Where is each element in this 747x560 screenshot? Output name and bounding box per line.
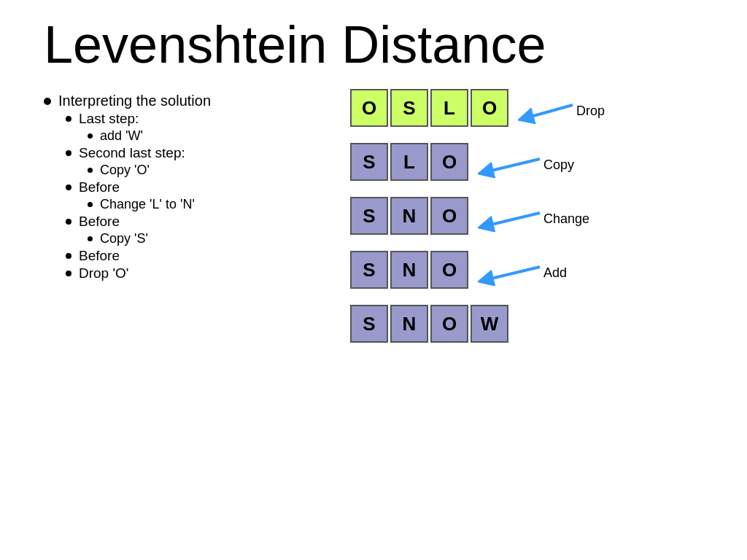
bullet-dot — [44, 98, 51, 105]
page: Levenshtein Distance Interpreting the so… — [0, 0, 747, 560]
word-row-3: S N O Change — [350, 197, 605, 241]
word-row-5: S N O W — [350, 305, 605, 349]
right-panel: O S L O Drop — [350, 89, 605, 359]
arrow-add: Add — [478, 260, 567, 286]
letter-box: O — [471, 89, 508, 127]
content-area: Interpreting the solution Last step: add… — [44, 89, 703, 359]
bullet-dot — [88, 133, 93, 139]
word-row-2: S L O Copy — [350, 143, 605, 187]
bullet-text: Change 'L' to 'N' — [100, 197, 195, 212]
arrow-drop: Drop — [518, 98, 605, 124]
letter-row: O S L O — [350, 89, 511, 127]
letter-box: L — [430, 89, 468, 127]
letter-row: S L O — [350, 143, 471, 181]
list-item: Change 'L' to 'N' — [88, 197, 350, 212]
drop-arrow-icon — [518, 98, 576, 124]
bullet-text: Before — [79, 179, 120, 195]
bullet-text: Second last step: — [79, 145, 185, 161]
letter-box: L — [390, 143, 428, 181]
copy-arrow-icon — [478, 152, 543, 178]
svg-line-2 — [485, 213, 540, 226]
add-label: Add — [543, 265, 567, 281]
letter-box: S — [350, 251, 388, 289]
list-item: add 'W' — [88, 128, 350, 144]
list-item: Copy 'O' — [88, 163, 350, 178]
letter-row: S N O — [350, 251, 471, 289]
list-item: Interpreting the solution — [44, 93, 350, 109]
letter-box: S — [350, 305, 388, 343]
copy-label-1: Copy — [543, 158, 574, 173]
letter-box: O — [430, 143, 468, 181]
bullet-text: Before — [79, 248, 120, 264]
bullet-text: Copy 'O' — [100, 163, 150, 178]
letter-box: N — [390, 305, 428, 343]
arrow-copy1: Copy — [478, 152, 574, 178]
bullet-dot — [88, 168, 93, 173]
change-arrow-icon — [478, 206, 543, 232]
bullet-dot — [66, 219, 71, 225]
letter-box: O — [430, 197, 468, 235]
list-item: Drop 'O' — [66, 265, 350, 281]
bullet-text: Last step: — [79, 111, 139, 127]
list-item: Second last step: — [66, 145, 350, 161]
list-item: Before — [66, 214, 350, 230]
list-item: Copy 'S' — [88, 231, 350, 246]
bullet-dot — [66, 184, 71, 190]
bullet-dot — [88, 236, 93, 241]
bullet-text: Drop 'O' — [79, 265, 129, 281]
list-item: Last step: — [66, 111, 350, 127]
list-item: Before — [66, 179, 350, 195]
svg-line-0 — [525, 105, 573, 118]
bullet-dot — [88, 202, 93, 207]
letter-box: O — [430, 251, 468, 289]
letter-box: N — [390, 251, 428, 289]
letter-box: O — [350, 89, 388, 127]
letter-row: S N O W — [350, 305, 511, 343]
bullet-text: add 'W' — [100, 128, 143, 144]
page-title: Levenshtein Distance — [44, 15, 703, 74]
word-row-4: S N O Add — [350, 251, 605, 295]
letter-box: S — [350, 143, 388, 181]
arrow-change: Change — [478, 206, 589, 232]
letter-row: S N O — [350, 197, 471, 235]
list-item: Before — [66, 248, 350, 264]
word-row-1: O S L O Drop — [350, 89, 605, 133]
bullet-dot — [66, 253, 71, 259]
letter-box: W — [471, 305, 508, 343]
bullet-text: Copy 'S' — [100, 231, 148, 246]
bullet-dot — [66, 150, 71, 156]
letter-box: O — [430, 305, 468, 343]
letter-box: S — [390, 89, 428, 127]
add-arrow-icon — [478, 260, 543, 286]
svg-line-1 — [485, 159, 540, 172]
bullet-text: Before — [79, 214, 120, 230]
bullet-dot — [66, 116, 71, 122]
bullet-dot — [66, 271, 71, 276]
change-label: Change — [543, 211, 589, 227]
letter-box: N — [390, 197, 428, 235]
left-panel: Interpreting the solution Last step: add… — [44, 89, 350, 283]
drop-label: Drop — [576, 104, 605, 119]
letter-box: S — [350, 197, 388, 235]
bullet-text: Interpreting the solution — [58, 93, 211, 109]
svg-line-3 — [485, 267, 540, 280]
